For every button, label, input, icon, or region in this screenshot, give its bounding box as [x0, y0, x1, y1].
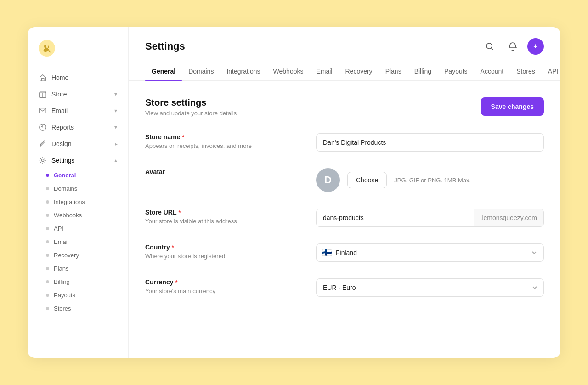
store-name-control — [316, 133, 544, 152]
email-sub-dot — [46, 240, 49, 243]
avatar-control: D Choose JPG, GIF or PNG. 1MB Max. — [316, 168, 544, 192]
user-avatar-button[interactable]: + — [527, 38, 544, 55]
payouts-dot — [46, 294, 49, 297]
currency-label: Currency * — [145, 278, 301, 286]
store-url-required: * — [178, 209, 181, 216]
tab-email[interactable]: Email — [310, 62, 339, 80]
country-required: * — [172, 244, 174, 251]
tabs-bar: General Domains Integrations Webhooks Em… — [129, 62, 560, 81]
sidebar-sub-integrations[interactable]: Integrations — [28, 195, 128, 209]
sidebar-sub-billing[interactable]: Billing — [28, 275, 128, 289]
store-name-row: Store name * Appears on receipts, invoic… — [145, 133, 544, 152]
integrations-dot — [46, 200, 49, 204]
page-title: Settings — [145, 40, 185, 52]
design-icon — [39, 140, 47, 148]
store-url-control: .lemonsqueezy.com — [316, 209, 544, 227]
section-title-block: Store settings View and update your stor… — [145, 97, 237, 117]
notifications-button[interactable] — [504, 38, 521, 55]
search-button[interactable] — [481, 38, 498, 55]
avatar-area: D Choose JPG, GIF or PNG. 1MB Max. — [316, 168, 544, 192]
currency-required: * — [175, 279, 177, 286]
sidebar-sub-api[interactable]: API — [28, 222, 128, 235]
tab-general[interactable]: General — [145, 62, 182, 80]
tab-stores[interactable]: Stores — [510, 62, 541, 80]
store-name-input[interactable] — [316, 133, 544, 152]
billing-dot — [46, 280, 49, 283]
country-label-col: Country * Where your store is registered — [145, 243, 301, 260]
tab-domains[interactable]: Domains — [182, 62, 220, 80]
store-name-label-col: Store name * Appears on receipts, invoic… — [145, 133, 301, 149]
sidebar-item-design[interactable]: Design ▾ — [28, 136, 128, 152]
domains-dot — [46, 187, 49, 190]
tab-api[interactable]: API — [542, 62, 560, 80]
store-icon — [39, 90, 47, 98]
sidebar-item-store-label: Store — [51, 91, 67, 98]
sidebar-sub-payouts-label: Payouts — [54, 292, 75, 299]
url-suffix: .lemonsqueezy.com — [474, 209, 543, 226]
store-url-label: Store URL * — [145, 209, 301, 216]
tab-billing[interactable]: Billing — [408, 62, 438, 80]
logo[interactable] — [28, 40, 128, 69]
sidebar-sub-domains-label: Domains — [54, 185, 77, 192]
topbar: Settings + — [129, 27, 560, 55]
reports-chevron-icon: ▾ — [114, 124, 117, 130]
sidebar-sub-domains[interactable]: Domains — [28, 182, 128, 195]
sidebar-item-design-label: Design — [51, 140, 72, 147]
tab-integrations[interactable]: Integrations — [220, 62, 266, 80]
sidebar-sub-plans[interactable]: Plans — [28, 262, 128, 275]
store-url-row: Store URL * Your store is visible at thi… — [145, 209, 544, 227]
sidebar-sub-general[interactable]: General — [28, 169, 128, 182]
finland-flag-icon: 🇫🇮 — [322, 248, 332, 258]
webhooks-dot — [46, 214, 49, 217]
sidebar-sub-webhooks-label: Webhooks — [54, 212, 82, 219]
store-name-required: * — [182, 134, 184, 141]
tab-webhooks[interactable]: Webhooks — [267, 62, 310, 80]
avatar-hint: JPG, GIF or PNG. 1MB Max. — [394, 177, 471, 184]
general-dot — [46, 174, 49, 177]
sidebar-sub-payouts[interactable]: Payouts — [28, 289, 128, 302]
currency-desc: Your store's main currency — [145, 288, 301, 294]
country-control: 🇫🇮 Finland United States United Kingdom … — [316, 243, 544, 262]
sidebar-item-email-label: Email — [51, 107, 68, 114]
sidebar-item-email[interactable]: Email ▾ — [28, 102, 128, 119]
sidebar-item-home[interactable]: Home — [28, 69, 128, 86]
sidebar-item-reports[interactable]: Reports ▾ — [28, 119, 128, 136]
currency-row: Currency * Your store's main currency EU… — [145, 278, 544, 297]
sidebar-sub-recovery[interactable]: Recovery — [28, 249, 128, 262]
plans-dot — [46, 267, 49, 270]
currency-select[interactable]: EUR - Euro USD - US Dollar GBP - British… — [316, 278, 544, 297]
reports-icon — [39, 123, 47, 131]
stores-dot — [46, 307, 49, 310]
save-changes-button[interactable]: Save changes — [481, 97, 544, 116]
country-select[interactable]: Finland United States United Kingdom Ger… — [332, 244, 531, 261]
tab-plans[interactable]: Plans — [379, 62, 408, 80]
design-chevron-icon: ▾ — [113, 142, 119, 145]
country-desc: Where your store is registered — [145, 253, 301, 260]
home-icon — [39, 74, 47, 82]
store-url-desc: Your store is visible at this address — [145, 218, 301, 225]
country-chevron-icon — [531, 249, 538, 256]
sidebar-item-settings[interactable]: Settings ▴ — [28, 152, 128, 169]
sidebar-item-store[interactable]: Store ▾ — [28, 86, 128, 102]
avatar-label: Avatar — [145, 168, 301, 176]
section-title: Store settings — [145, 97, 237, 108]
recovery-dot — [46, 254, 49, 257]
content-area: Store settings View and update your stor… — [129, 81, 560, 358]
sidebar-item-home-label: Home — [51, 74, 68, 81]
sidebar-sub-webhooks[interactable]: Webhooks — [28, 209, 128, 222]
sidebar-sub-billing-label: Billing — [54, 278, 70, 285]
sidebar-sub-stores[interactable]: Stores — [28, 302, 128, 315]
choose-avatar-button[interactable]: Choose — [347, 172, 387, 188]
country-row: Country * Where your store is registered… — [145, 243, 544, 262]
bell-icon — [508, 42, 517, 51]
search-icon — [485, 42, 494, 51]
tab-recovery[interactable]: Recovery — [339, 62, 379, 80]
sidebar-item-settings-label: Settings — [51, 157, 75, 164]
tab-payouts[interactable]: Payouts — [438, 62, 474, 80]
sidebar-sub-stores-label: Stores — [54, 305, 71, 312]
tab-account[interactable]: Account — [474, 62, 510, 80]
store-url-input[interactable] — [317, 209, 474, 226]
sidebar-sub-recovery-label: Recovery — [54, 252, 79, 259]
sidebar-sub-email[interactable]: Email — [28, 235, 128, 249]
sidebar-sub-general-label: General — [54, 172, 76, 179]
